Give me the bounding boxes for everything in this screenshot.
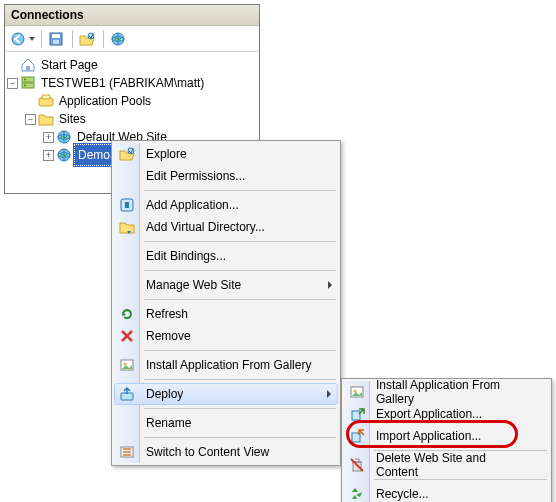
refresh-icon: [119, 306, 135, 322]
gallery-icon: [119, 357, 135, 373]
export-icon: [349, 406, 365, 422]
connections-toolbar: [5, 26, 259, 52]
menu-label: Rename: [146, 416, 191, 430]
menu-label: Export Application...: [376, 407, 482, 421]
menu-rename[interactable]: Rename: [114, 412, 338, 434]
app-pools-icon: [38, 93, 54, 109]
deploy-submenu: Install Application From Gallery Export …: [341, 378, 552, 502]
virtual-dir-icon: [119, 219, 135, 235]
folder-open-icon: [119, 146, 135, 162]
menu-label: Delete Web Site and Content: [376, 451, 529, 479]
recycle-icon: [349, 486, 365, 502]
home-icon: [20, 57, 36, 73]
menu-label: Manage Web Site: [146, 278, 241, 292]
globe-icon: [56, 147, 72, 163]
menu-refresh[interactable]: Refresh: [114, 303, 338, 325]
submenu-arrow-icon: [327, 390, 331, 398]
menu-deploy[interactable]: Deploy: [114, 383, 338, 405]
submenu-install-from-gallery[interactable]: Install Application From Gallery: [344, 381, 549, 403]
tree-start-page[interactable]: Start Page: [7, 56, 257, 74]
tree-label: Sites: [56, 109, 89, 129]
menu-label: Add Application...: [146, 198, 239, 212]
stop-button[interactable]: [109, 30, 129, 48]
submenu-arrow-icon: [328, 281, 332, 289]
tree-app-pools[interactable]: Application Pools: [7, 92, 257, 110]
tree-label: Start Page: [38, 55, 101, 75]
menu-remove[interactable]: Remove: [114, 325, 338, 347]
import-icon: [349, 428, 365, 444]
globe-stop-icon: [110, 31, 126, 47]
menu-switch-content-view[interactable]: Switch to Content View: [114, 441, 338, 463]
menu-label: Switch to Content View: [146, 445, 269, 459]
menu-explore[interactable]: Explore: [114, 143, 338, 165]
menu-label: Add Virtual Directory...: [146, 220, 265, 234]
menu-add-application[interactable]: Add Application...: [114, 194, 338, 216]
folder-open-icon: [79, 31, 95, 47]
open-folder-button[interactable]: [78, 30, 98, 48]
save-button[interactable]: [47, 30, 67, 48]
submenu-import-application[interactable]: Import Application...: [344, 425, 549, 447]
connect-dropdown[interactable]: [9, 30, 36, 48]
save-icon: [48, 31, 64, 47]
panel-title: Connections: [5, 5, 259, 26]
delete-icon: [349, 457, 365, 473]
remove-icon: [119, 328, 135, 344]
collapse-toggle[interactable]: −: [7, 78, 18, 89]
menu-label: Install Application From Gallery: [146, 358, 311, 372]
back-globe-icon: [10, 31, 26, 47]
menu-label: Edit Permissions...: [146, 169, 245, 183]
menu-edit-permissions[interactable]: Edit Permissions...: [114, 165, 338, 187]
expand-toggle[interactable]: +: [43, 132, 54, 143]
tree-label: TESTWEB1 (FABRIKAM\matt): [38, 73, 207, 93]
menu-label: Remove: [146, 329, 191, 343]
menu-label: Deploy: [146, 387, 183, 401]
globe-icon: [56, 129, 72, 145]
menu-add-virtual-directory[interactable]: Add Virtual Directory...: [114, 216, 338, 238]
tree-server[interactable]: − TESTWEB1 (FABRIKAM\matt): [7, 74, 257, 92]
expand-toggle[interactable]: +: [43, 150, 54, 161]
collapse-toggle[interactable]: −: [25, 114, 36, 125]
submenu-recycle[interactable]: Recycle...: [344, 483, 549, 502]
menu-label: Explore: [146, 147, 187, 161]
menu-label: Refresh: [146, 307, 188, 321]
tree-label: Application Pools: [56, 91, 154, 111]
folder-icon: [38, 111, 54, 127]
menu-install-from-gallery[interactable]: Install Application From Gallery: [114, 354, 338, 376]
tree-sites[interactable]: − Sites: [7, 110, 257, 128]
deploy-icon: [119, 386, 135, 402]
app-icon: [119, 197, 135, 213]
server-icon: [20, 75, 36, 91]
submenu-delete-site[interactable]: Delete Web Site and Content: [344, 454, 549, 476]
list-icon: [119, 444, 135, 460]
menu-label: Edit Bindings...: [146, 249, 226, 263]
menu-label: Recycle...: [376, 487, 429, 501]
site-context-menu: Explore Edit Permissions... Add Applicat…: [111, 140, 341, 466]
menu-label: Install Application From Gallery: [376, 378, 529, 406]
menu-manage-web-site[interactable]: Manage Web Site: [114, 274, 338, 296]
menu-edit-bindings[interactable]: Edit Bindings...: [114, 245, 338, 267]
menu-label: Import Application...: [376, 429, 481, 443]
gallery-icon: [349, 384, 365, 400]
submenu-export-application[interactable]: Export Application...: [344, 403, 549, 425]
